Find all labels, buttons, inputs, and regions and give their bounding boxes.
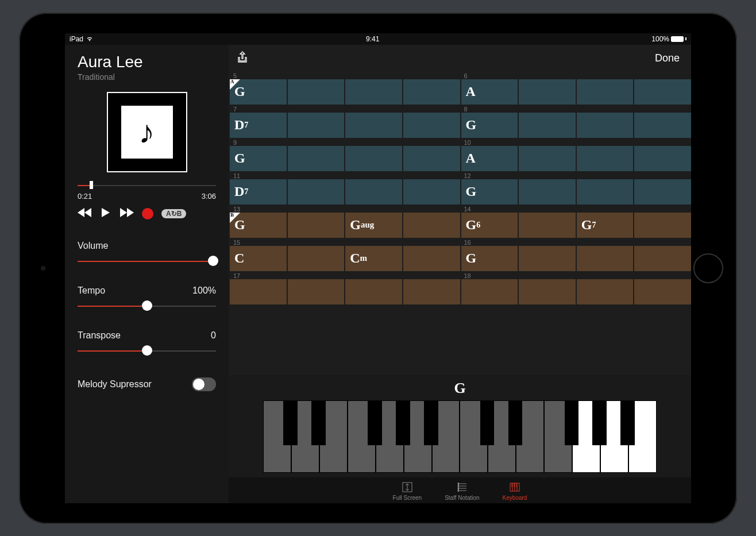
tab-staff-notation[interactable]: Staff Notation <box>445 481 479 501</box>
chord-cell[interactable] <box>403 146 460 171</box>
chord-cell[interactable] <box>577 113 634 138</box>
chord-cells[interactable]: GA <box>230 146 691 171</box>
chord-cell[interactable] <box>403 213 460 238</box>
chord-cell[interactable] <box>519 246 576 271</box>
chord-cell[interactable] <box>345 146 402 171</box>
chord-cell[interactable] <box>230 279 287 304</box>
chord-cells[interactable] <box>230 279 691 304</box>
playback-scrubber[interactable] <box>78 180 216 190</box>
chord-cell[interactable] <box>519 213 576 238</box>
album-art[interactable]: ♪ <box>107 92 187 172</box>
fast-forward-button[interactable] <box>119 206 134 221</box>
black-key[interactable] <box>283 400 298 445</box>
melody-suppressor-toggle[interactable] <box>192 377 216 391</box>
chord-cell[interactable] <box>288 113 345 138</box>
ab-loop-button[interactable]: A↻B <box>161 209 186 218</box>
chord-cell[interactable] <box>634 179 691 205</box>
chord-cell[interactable]: G7 <box>577 213 634 238</box>
chord-cell[interactable] <box>634 246 691 271</box>
home-button[interactable] <box>693 253 723 283</box>
chord-cell[interactable]: G <box>461 113 518 138</box>
chord-cell[interactable] <box>403 179 460 205</box>
chord-cell[interactable] <box>345 179 402 205</box>
black-key[interactable] <box>311 400 326 445</box>
chord-cell[interactable] <box>345 79 402 105</box>
black-key[interactable] <box>508 400 523 445</box>
play-button[interactable] <box>101 206 111 221</box>
transpose-slider[interactable] <box>78 345 216 356</box>
black-key[interactable] <box>480 400 495 445</box>
black-key[interactable] <box>620 400 635 445</box>
chord-cell[interactable] <box>577 146 634 171</box>
chord-cells[interactable]: AGA <box>230 79 691 105</box>
time-elapsed: 0:21 <box>78 192 92 200</box>
black-key[interactable] <box>565 400 579 445</box>
chord-cell[interactable] <box>577 179 634 205</box>
chord-cell[interactable]: Gaug <box>345 213 402 238</box>
chord-cell[interactable] <box>634 79 691 105</box>
chord-cells[interactable]: CCmG <box>230 246 691 271</box>
chord-cell[interactable] <box>288 179 345 205</box>
black-key[interactable] <box>592 400 607 445</box>
chord-cell[interactable] <box>634 213 691 238</box>
tab-keyboard[interactable]: Keyboard <box>503 481 527 501</box>
chord-cell[interactable] <box>288 146 345 171</box>
black-key[interactable] <box>424 400 438 445</box>
measure-number: 5 <box>230 72 461 79</box>
chord-cell[interactable] <box>519 79 576 105</box>
chord-cell[interactable] <box>577 246 634 271</box>
staff-notation-icon <box>456 481 468 493</box>
transpose-value: 0 <box>211 330 216 341</box>
chord-cell[interactable]: A <box>461 146 518 171</box>
record-button[interactable] <box>142 208 153 219</box>
chord-cell[interactable] <box>288 79 345 105</box>
ipad-frame: iPad 9:41 100% Aura Lee Traditional ♪ <box>19 13 737 524</box>
chord-cell[interactable] <box>519 279 576 304</box>
piano-keyboard[interactable] <box>263 400 657 473</box>
tempo-slider[interactable] <box>78 300 216 311</box>
chord-cell[interactable] <box>345 113 402 138</box>
chord-cell[interactable]: G <box>461 246 518 271</box>
chord-row: 56AGA <box>230 72 691 105</box>
chord-cell[interactable] <box>403 246 460 271</box>
chord-cell[interactable]: C <box>230 246 287 271</box>
chord-cell[interactable] <box>634 146 691 171</box>
black-key[interactable] <box>368 400 382 445</box>
chord-cell[interactable]: G <box>461 179 518 205</box>
chord-cell[interactable] <box>403 79 460 105</box>
chord-cell[interactable]: G <box>230 146 287 171</box>
chord-cell[interactable] <box>403 279 460 304</box>
measure-number: 16 <box>461 239 692 246</box>
chord-grid[interactable]: 56AGA78D7G910GA1112D7G1314BGGaugG6G71516… <box>229 72 691 375</box>
chord-cell[interactable] <box>577 279 634 304</box>
chord-cell[interactable] <box>461 279 518 304</box>
chord-cell[interactable]: Cm <box>345 246 402 271</box>
done-button[interactable]: Done <box>655 52 680 64</box>
chord-cell[interactable] <box>519 179 576 205</box>
chord-cells[interactable]: D7G <box>230 179 691 205</box>
chord-cell[interactable] <box>519 146 576 171</box>
battery-indicator: 100% <box>651 35 686 43</box>
chord-cell[interactable]: D7 <box>230 179 287 205</box>
chord-cell[interactable] <box>577 79 634 105</box>
chord-cell[interactable]: A <box>461 79 518 105</box>
chord-cell[interactable] <box>403 113 460 138</box>
chord-cell[interactable] <box>288 246 345 271</box>
chord-cell[interactable] <box>345 279 402 304</box>
black-key[interactable] <box>396 400 410 445</box>
chord-cell[interactable]: D7 <box>230 113 287 138</box>
chord-cell[interactable] <box>288 213 345 238</box>
melody-suppressor-label: Melody Supressor <box>78 379 152 390</box>
measure-number: 10 <box>461 139 692 146</box>
share-icon[interactable] <box>236 51 249 67</box>
chord-cells[interactable]: D7G <box>230 113 691 138</box>
chord-cell[interactable] <box>288 279 345 304</box>
chord-cell[interactable] <box>519 113 576 138</box>
chord-cell[interactable]: G6 <box>461 213 518 238</box>
tab-full-screen[interactable]: Full Screen <box>393 481 422 501</box>
rewind-button[interactable] <box>78 206 92 221</box>
chord-cells[interactable]: BGGaugG6G7 <box>230 213 691 238</box>
chord-cell[interactable] <box>634 113 691 138</box>
volume-slider[interactable] <box>78 256 216 266</box>
chord-cell[interactable] <box>634 279 691 304</box>
